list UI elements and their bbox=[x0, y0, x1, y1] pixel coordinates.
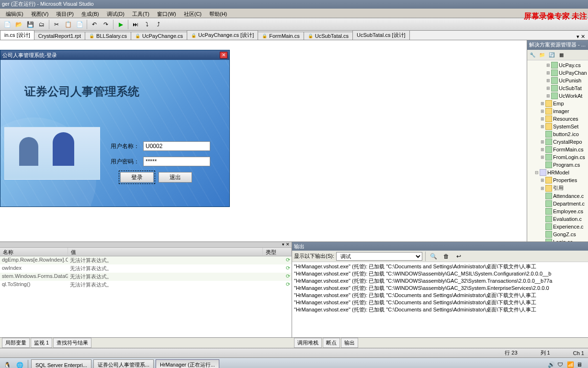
watch-col-name[interactable]: 名称 bbox=[0, 248, 68, 256]
tree-item[interactable]: Evaluation.c bbox=[528, 215, 587, 223]
tree-item[interactable]: ⊞Resources bbox=[528, 115, 587, 123]
login-button[interactable]: 登录 bbox=[120, 172, 154, 183]
document-tab[interactable]: UcSubTatal.cs [设计] bbox=[352, 31, 409, 40]
output-text[interactable]: "HrManager.vshost.exe" (托管): 已加载 "C:\Doc… bbox=[292, 262, 588, 337]
output-find-icon[interactable]: 🔍 bbox=[429, 251, 439, 262]
bottom-tab[interactable]: 查找符号结果 bbox=[53, 338, 91, 348]
save-button[interactable]: 💾 bbox=[25, 19, 35, 30]
tree-item[interactable]: ⊞Emp bbox=[528, 100, 587, 107]
menu-item[interactable]: 社区(C) bbox=[180, 10, 205, 17]
document-tab[interactable]: 🔒FormMain.cs bbox=[258, 32, 304, 40]
view-icon[interactable]: ▦ bbox=[557, 51, 565, 59]
tree-item[interactable]: ⊞UcPunish bbox=[528, 77, 587, 84]
menu-item[interactable]: 视图(V) bbox=[27, 10, 53, 17]
document-tab[interactable]: in.cs [设计] bbox=[0, 31, 34, 40]
tree-item[interactable]: ⊞FormMain.cs bbox=[528, 146, 587, 153]
tree-item[interactable]: Employee.cs bbox=[528, 207, 587, 215]
saveall-button[interactable]: 🗂 bbox=[36, 19, 47, 30]
cs-icon bbox=[545, 231, 552, 238]
paste-button[interactable]: 📄 bbox=[74, 19, 85, 30]
menu-item[interactable]: 项目(P) bbox=[52, 10, 78, 17]
undo-button[interactable]: ↶ bbox=[89, 19, 100, 30]
form-designer[interactable]: 公司人事管理系统-登录 ✕ 证券公司人事管理系统 用户名称： 用户密码： bbox=[0, 40, 527, 242]
tray-icon[interactable]: 🔊 bbox=[548, 361, 555, 368]
cs-icon bbox=[545, 223, 552, 230]
tree-item[interactable]: ⊞imager bbox=[528, 107, 587, 115]
cut-button[interactable]: ✂ bbox=[51, 19, 62, 30]
bottom-tab[interactable]: 调用堆栈 bbox=[294, 338, 322, 348]
username-input[interactable] bbox=[143, 141, 210, 151]
bottom-tab[interactable]: 局部变量 bbox=[2, 338, 30, 348]
tree-item[interactable]: ⊟HRModel bbox=[528, 169, 587, 176]
exit-button[interactable]: 退出 bbox=[158, 172, 192, 183]
menu-item[interactable]: 窗口(W) bbox=[153, 10, 180, 17]
stepover-button[interactable]: ⤵ bbox=[142, 19, 152, 30]
tree-item[interactable]: Attendance.c bbox=[528, 192, 587, 200]
tray-icon[interactable]: 📶 bbox=[567, 361, 575, 368]
menu-item[interactable]: 生成(B) bbox=[78, 10, 103, 17]
output-show-label: 显示以下输出(S): bbox=[294, 253, 334, 260]
tree-item[interactable]: button2.ico bbox=[528, 130, 587, 138]
status-line: 行 23 bbox=[505, 349, 517, 356]
bottom-tab[interactable]: 监视 1 bbox=[31, 338, 52, 348]
watch-col-type[interactable]: 类型 bbox=[263, 248, 292, 256]
folder-icon bbox=[545, 100, 552, 107]
tree-item[interactable]: Program.cs bbox=[528, 161, 587, 169]
tree-item[interactable]: Login.cs bbox=[528, 238, 587, 242]
showall-icon[interactable]: 📁 bbox=[538, 51, 546, 59]
output-clear-icon[interactable]: 🗑 bbox=[441, 251, 452, 262]
solution-tree[interactable]: ⊞UcPay.cs⊞UcPayChan⊞UcPunish⊞UcSubTat⊞Uc… bbox=[527, 60, 588, 242]
watch-row[interactable]: dgEmp.Rows[e.RowIndex].C无法计算表达式。⟳ bbox=[0, 256, 292, 264]
tab-close-button[interactable]: ▾ ✕ bbox=[574, 34, 588, 40]
menu-item[interactable]: 编辑(E) bbox=[2, 10, 27, 17]
document-tab[interactable]: 🔒BLLSalary.cs bbox=[85, 32, 131, 40]
document-tab[interactable]: 🔒UcSubTatal.cs bbox=[304, 32, 353, 40]
tree-item[interactable]: Experience.c bbox=[528, 223, 587, 230]
run-button[interactable]: ▶ bbox=[115, 19, 126, 30]
qq-icon[interactable]: 🐧 bbox=[2, 360, 12, 368]
watch-col-value[interactable]: 值 bbox=[68, 248, 263, 256]
copy-button[interactable]: 📋 bbox=[63, 19, 73, 30]
step-button[interactable]: ⏭ bbox=[130, 19, 141, 30]
properties-icon[interactable]: 🔧 bbox=[528, 51, 537, 59]
output-wrap-icon[interactable]: ↩ bbox=[453, 251, 464, 262]
tree-item[interactable]: ⊞Properties bbox=[528, 176, 587, 184]
tree-item[interactable]: ⊞UcPay.cs bbox=[528, 61, 587, 69]
menu-item[interactable]: 工具(T) bbox=[128, 10, 153, 17]
cs-icon bbox=[545, 216, 552, 222]
bottom-tab[interactable]: 断点 bbox=[323, 338, 340, 348]
output-source-combo[interactable]: 调试 bbox=[336, 252, 422, 261]
taskbar-button[interactable]: 证券公司人事管理系... bbox=[93, 359, 154, 368]
tree-item[interactable]: ⊞UcPayChan bbox=[528, 69, 587, 77]
document-tab[interactable]: 🔒UcPayChange.cs bbox=[131, 32, 187, 40]
new-button[interactable]: 📄 bbox=[2, 19, 12, 30]
tree-item[interactable]: ⊞SystemSet bbox=[528, 123, 587, 130]
bottom-tab[interactable]: 输出 bbox=[341, 338, 358, 348]
tree-item[interactable]: ⊞引用 bbox=[528, 184, 587, 192]
document-tab[interactable]: CrystalReport1.rpt bbox=[34, 32, 85, 40]
ie-icon[interactable]: 🌐 bbox=[14, 360, 25, 368]
tree-item[interactable]: ⊞UcWorkAt bbox=[528, 92, 587, 100]
document-tab[interactable]: 🔒UcPayChange.cs [设计] bbox=[187, 31, 258, 40]
watch-row[interactable]: stem.Windows.Forms.DataGr无法计算表达式。⟳ bbox=[0, 273, 292, 281]
taskbar-button[interactable]: SQL Server Enterpri... bbox=[31, 359, 91, 368]
watch-row[interactable]: owIndex无法计算表达式。⟳ bbox=[0, 264, 292, 273]
menu-item[interactable]: 帮助(H) bbox=[205, 10, 231, 17]
tree-item[interactable]: Department.c bbox=[528, 200, 587, 207]
password-input[interactable] bbox=[143, 157, 210, 166]
cs-icon bbox=[545, 131, 552, 138]
tree-item[interactable]: ⊞FromLogin.cs bbox=[528, 153, 587, 161]
tray-icon[interactable]: 🛡 bbox=[557, 361, 565, 368]
watch-row[interactable]: ql.ToString()无法计算表达式。⟳ bbox=[0, 281, 292, 289]
stepout-button[interactable]: ⤴ bbox=[153, 19, 164, 30]
tree-item[interactable]: GongZ.cs bbox=[528, 230, 587, 238]
tray-icon[interactable]: 🖥 bbox=[577, 361, 584, 368]
taskbar-button[interactable]: HrManager (正在运行... bbox=[156, 359, 219, 368]
menu-item[interactable]: 调试(D) bbox=[103, 10, 128, 17]
close-icon[interactable]: ✕ bbox=[220, 52, 227, 58]
redo-button[interactable]: ↷ bbox=[101, 19, 111, 30]
tree-item[interactable]: ⊞CrystalRepo bbox=[528, 138, 587, 146]
tree-item[interactable]: ⊞UcSubTat bbox=[528, 84, 587, 92]
open-button[interactable]: 📂 bbox=[13, 19, 24, 30]
refresh-icon[interactable]: 🔄 bbox=[547, 51, 556, 59]
